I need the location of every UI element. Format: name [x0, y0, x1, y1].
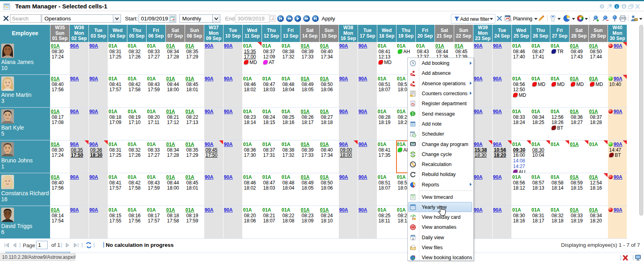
svg-text:?: ? — [601, 5, 603, 9]
svg-text:1: 1 — [412, 236, 414, 240]
svg-text:Page: Page — [23, 242, 35, 248]
svg-text:i: i — [616, 4, 618, 9]
